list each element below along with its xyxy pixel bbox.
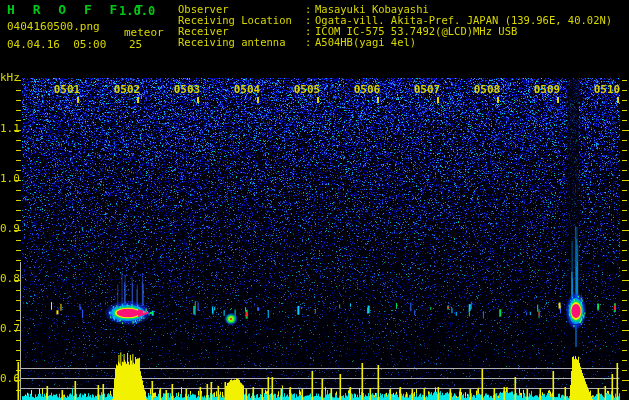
time-tick-label: 0504 [234, 84, 261, 96]
time-tick-label: 0503 [174, 84, 201, 96]
station-info-row: Receiving antenna:A504HB(yagi 4el) [178, 37, 612, 48]
info-separator: : [305, 37, 315, 48]
freq-tick-label: 0.9 [0, 223, 17, 235]
spectrogram-canvas [0, 0, 629, 400]
time-tick-label: 0505 [294, 84, 321, 96]
freq-tick-label: 0.6 [0, 373, 17, 385]
freq-tick-label: 0.8 [0, 273, 17, 285]
info-value: A504HB(yagi 4el) [315, 36, 416, 48]
info-label: Receiving antenna [178, 37, 305, 48]
time-tick-label: 0506 [354, 84, 381, 96]
freq-tick-label: 1.0 [0, 173, 17, 185]
freq-tick-label: 0.7 [0, 323, 17, 335]
time-tick-label: 0507 [414, 84, 441, 96]
time-tick-label: 0508 [474, 84, 501, 96]
time-tick-label: 0509 [534, 84, 561, 96]
freq-axis-unit: kHz [0, 72, 20, 84]
time-tick-label: 0501 [54, 84, 81, 96]
echo-count: 25 [129, 39, 142, 51]
time-tick-label: 0510 [594, 84, 621, 96]
station-info-block: Observer:Masayuki KobayashiReceiving Loc… [178, 4, 612, 48]
output-filename: 0404160500.png [7, 21, 100, 33]
observation-datetime: 04.04.16 05:00 [7, 39, 106, 51]
hrofft-screen: H R O F F T 1.0.0 0404160500.png meteor … [0, 0, 629, 400]
freq-tick-label: 1.1 [0, 123, 17, 135]
time-tick-label: 0502 [114, 84, 141, 96]
app-version: 1.0.0 [119, 5, 155, 17]
